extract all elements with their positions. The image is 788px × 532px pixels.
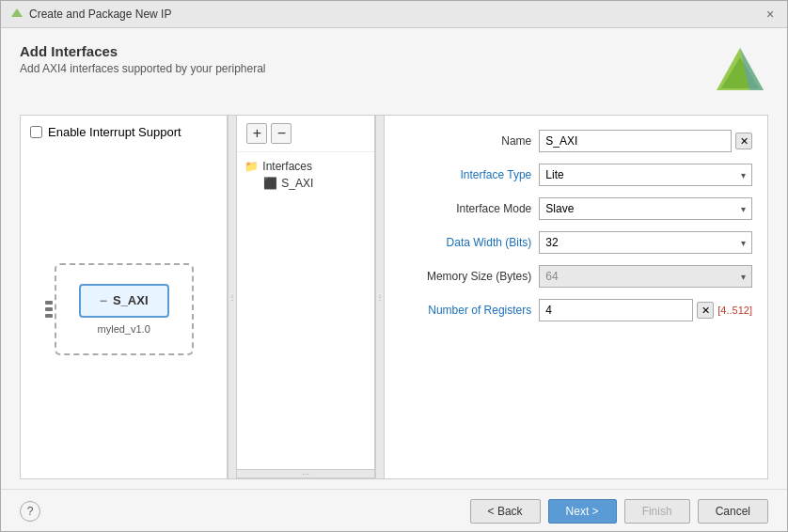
help-button[interactable]: ? — [20, 501, 40, 522]
port-dot-3 — [45, 314, 53, 318]
header-text: Add Interfaces Add AXI4 interfaces suppo… — [20, 43, 266, 75]
title-bar: Create and Package New IP × — [1, 1, 787, 28]
remove-interface-button[interactable]: − — [271, 123, 292, 144]
port-dot-1 — [45, 301, 53, 305]
data-width-arrow: ▾ — [741, 238, 746, 248]
port-indicator — [45, 301, 53, 318]
component-minus-icon: − — [100, 293, 107, 308]
interrupt-support-row: Enable Interrupt Support — [30, 125, 217, 139]
interface-type-dropdown[interactable]: Lite ▾ — [539, 164, 752, 186]
enable-interrupt-checkbox[interactable] — [30, 126, 42, 138]
close-button[interactable]: × — [763, 7, 778, 22]
tree-item-label: S_AXI — [281, 177, 313, 190]
num-registers-clear-button[interactable]: ✕ — [697, 302, 714, 319]
content-area: Add Interfaces Add AXI4 interfaces suppo… — [1, 28, 787, 489]
memory-size-dropdown: 64 ▾ — [539, 265, 752, 288]
component-instance-label: myled_v1.0 — [98, 323, 150, 335]
name-row: Name ✕ — [400, 129, 752, 153]
diagram-area: − S_AXI myled_v1.0 — [30, 149, 217, 469]
tree-root-label: Interfaces — [262, 160, 312, 173]
interface-mode-value: Slave — [545, 202, 574, 215]
svg-marker-0 — [11, 8, 23, 17]
main-window: Create and Package New IP × Add Interfac… — [0, 0, 788, 532]
num-registers-input[interactable] — [539, 299, 693, 321]
interface-type-label: Interface Type — [400, 168, 531, 181]
back-button[interactable]: < Back — [470, 499, 541, 524]
interface-mode-dropdown[interactable]: Slave ▾ — [539, 197, 752, 220]
num-registers-input-area: ✕ [4..512] — [539, 299, 752, 321]
name-input-area: ✕ — [539, 130, 752, 152]
memory-size-row: Memory Size (Bytes) 64 ▾ — [400, 264, 752, 289]
interface-type-row: Interface Type Lite ▾ — [400, 163, 752, 187]
page-title: Add Interfaces — [20, 43, 266, 59]
data-width-label: Data Width (Bits) — [400, 236, 531, 249]
chip-icon: ⬛ — [263, 177, 277, 190]
cancel-button[interactable]: Cancel — [698, 499, 768, 524]
interface-type-arrow: ▾ — [741, 170, 746, 180]
name-input[interactable] — [539, 130, 732, 152]
component-block: − S_AXI — [79, 284, 169, 318]
next-button[interactable]: Next > — [548, 499, 617, 524]
interface-mode-label: Interface Mode — [400, 202, 531, 215]
data-width-value: 32 — [545, 236, 558, 249]
left-panel: Enable Interrupt Support − S_AXI — [21, 116, 228, 478]
num-registers-label: Number of Registers — [400, 304, 531, 317]
title-bar-left: Create and Package New IP — [10, 8, 171, 21]
main-area: Enable Interrupt Support − S_AXI — [20, 115, 768, 479]
memory-size-arrow: ▾ — [741, 272, 746, 282]
window-title: Create and Package New IP — [29, 8, 171, 21]
interface-type-value: Lite — [545, 168, 563, 181]
mid-splitter-h[interactable]: ⋯ — [237, 469, 374, 478]
footer: ? < Back Next > Finish Cancel — [1, 489, 787, 531]
data-width-row: Data Width (Bits) 32 ▾ — [400, 230, 752, 255]
app-icon — [10, 8, 24, 21]
vivado-logo — [712, 43, 768, 100]
tree-item-saxi[interactable]: ⬛ S_AXI — [244, 177, 367, 190]
interface-mode-arrow: ▾ — [741, 204, 746, 214]
port-dot-2 — [45, 307, 53, 311]
data-width-dropdown[interactable]: 32 ▾ — [539, 231, 752, 254]
left-mid-splitter[interactable]: ⋮ — [228, 116, 237, 478]
right-panel: Name ✕ Interface Type Lite ▾ Inte — [385, 116, 767, 478]
page-subtitle: Add AXI4 interfaces supported by your pe… — [20, 62, 266, 75]
memory-size-value: 64 — [545, 270, 558, 283]
mid-right-splitter[interactable]: ⋮ — [375, 116, 385, 478]
interfaces-tree: 📁 Interfaces ⬛ S_AXI — [237, 152, 374, 469]
add-interface-button[interactable]: + — [246, 123, 267, 144]
interrupt-label: Enable Interrupt Support — [48, 125, 181, 139]
mid-toolbar: + − — [237, 116, 374, 152]
memory-size-label: Memory Size (Bytes) — [400, 270, 531, 283]
tree-folder-interfaces: 📁 Interfaces — [244, 160, 367, 173]
page-header: Add Interfaces Add AXI4 interfaces suppo… — [20, 43, 768, 100]
component-box: − S_AXI myled_v1.0 — [55, 263, 194, 355]
footer-left: ? — [20, 501, 40, 522]
name-clear-button[interactable]: ✕ — [735, 133, 752, 149]
mid-panel: + − 📁 Interfaces ⬛ S_AXI ⋯ — [237, 116, 375, 478]
footer-right: < Back Next > Finish Cancel — [470, 499, 768, 524]
finish-button[interactable]: Finish — [624, 499, 690, 524]
num-registers-row: Number of Registers ✕ [4..512] — [400, 298, 752, 322]
interface-mode-row: Interface Mode Slave ▾ — [400, 196, 752, 221]
name-label: Name — [400, 134, 531, 148]
component-name: S_AXI — [113, 293, 149, 307]
folder-icon: 📁 — [244, 160, 259, 173]
num-registers-range: [4..512] — [717, 305, 752, 316]
